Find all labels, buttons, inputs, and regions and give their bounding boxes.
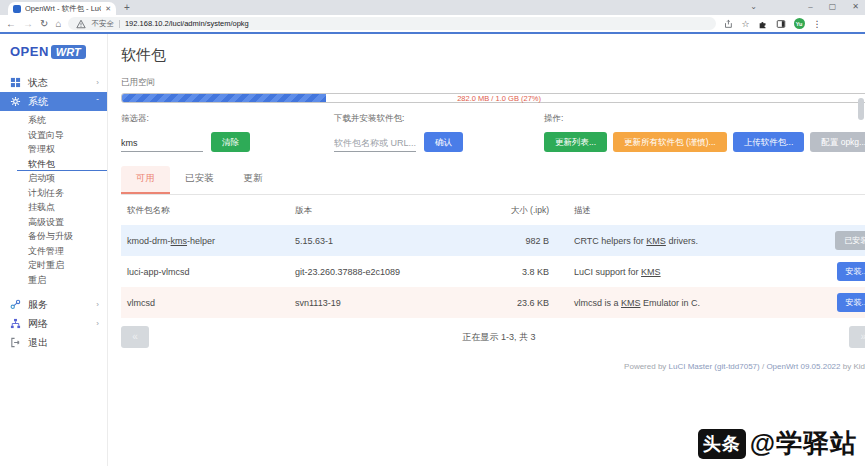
window-maximize-button[interactable]: ▢ xyxy=(829,1,837,13)
free-space-label: 已用空间 xyxy=(121,77,865,89)
package-action-cell: 安装... xyxy=(799,293,865,312)
browser-menu-icon[interactable]: ⋮ xyxy=(813,19,822,29)
sidebar-item-system[interactable]: 系统 ˇ xyxy=(0,92,107,111)
back-button[interactable]: ← xyxy=(6,15,16,32)
ok-button[interactable]: 确认 xyxy=(424,132,463,152)
url-bar[interactable]: 不安全 192.168.10.2/luci/admin/system/opkg xyxy=(68,17,716,30)
column-header-description: 描述 xyxy=(549,205,799,217)
sidebar-item-services[interactable]: 服务 › xyxy=(0,295,107,314)
install-button[interactable]: 安装... xyxy=(837,262,865,281)
action-button[interactable]: 更新所有软件包 (谨慎)... xyxy=(613,132,727,152)
actions-button-group: 更新列表...更新所有软件包 (谨慎)...上传软件包...配置 opkg... xyxy=(544,132,865,152)
sidebar-subitem[interactable]: 启动项 xyxy=(0,171,107,186)
main-content: 软件包 已用空间 282.0 MB / 1.0 GB (27%) 筛选器: 清除… xyxy=(108,34,865,466)
filter-match: KMS xyxy=(621,298,641,308)
filter-input[interactable] xyxy=(121,136,203,152)
package-name-cell: kmod-drm-kms-helper xyxy=(121,236,289,246)
tab-search-icon[interactable]: ⌄ xyxy=(750,2,757,11)
action-button[interactable]: 上传软件包... xyxy=(733,132,805,152)
package-action-cell: 安装... xyxy=(799,262,865,281)
window-minimize-button[interactable]: – xyxy=(808,1,812,13)
footer-link1[interactable]: LuCI Master (git-tdd7057) xyxy=(669,362,760,371)
sidebar-item-logout[interactable]: 退出 xyxy=(0,333,107,352)
sidebar-subitem[interactable]: 定时重启 xyxy=(0,258,107,273)
window-close-button[interactable]: ✕ xyxy=(852,1,859,13)
package-size-cell: 3.8 KB xyxy=(429,267,549,277)
url-separator xyxy=(119,20,120,28)
reload-button[interactable]: ↻ xyxy=(40,15,48,32)
footer-powered-by: Powered by LuCI Master (git-tdd7057) / O… xyxy=(121,362,865,371)
chevron-right-icon: › xyxy=(96,300,99,309)
next-page-button[interactable]: » xyxy=(849,326,865,348)
column-header-version: 版本 xyxy=(289,205,429,217)
package-name-cell: luci-app-vlmcsd xyxy=(121,267,289,277)
extensions-puzzle-icon[interactable] xyxy=(758,19,768,29)
table-row: luci-app-vlmcsdgit-23.260.37888-e2c10893… xyxy=(121,256,865,287)
sidebar-item-status[interactable]: 状态 › xyxy=(0,73,107,92)
download-install-label: 下载并安装软件包: xyxy=(334,113,544,125)
prev-page-button[interactable]: « xyxy=(121,326,149,348)
logout-icon xyxy=(10,337,22,348)
scrollbar-thumb[interactable] xyxy=(858,98,864,120)
tab-title: OpenWrt - 软件包 - LuCI xyxy=(25,4,101,14)
sidebar-subitem[interactable]: 高级设置 xyxy=(0,215,107,230)
sidebar-subitem[interactable]: 设置向导 xyxy=(0,128,107,143)
sidebar-subitem[interactable]: 软件包 xyxy=(17,157,107,172)
pagination: « 正在显示 1-3, 共 3 » xyxy=(121,322,865,352)
package-version-cell: svn1113-19 xyxy=(289,298,429,308)
new-tab-button[interactable]: + xyxy=(124,2,130,13)
tab-favicon-icon xyxy=(13,5,21,13)
home-button[interactable]: ⌂ xyxy=(55,15,61,32)
sidebar-item-network[interactable]: 网络 › xyxy=(0,314,107,333)
not-secure-warning-icon xyxy=(76,19,86,29)
sidebar-subitem[interactable]: 备份与升级 xyxy=(0,229,107,244)
tab-item[interactable]: 已安装 xyxy=(170,166,229,194)
chevron-right-icon: › xyxy=(96,78,99,87)
sidebar-item-label: 状态 xyxy=(28,76,48,90)
package-version-cell: 5.15.63-1 xyxy=(289,236,429,246)
share-icon[interactable] xyxy=(723,19,733,29)
table-row: kmod-drm-kms-helper5.15.63-1982 BCRTC he… xyxy=(121,225,865,256)
tab-item[interactable]: 更新 xyxy=(229,166,278,194)
disk-usage-text: 282.0 MB / 1.0 GB (27%) xyxy=(122,94,865,103)
package-desc-cell: CRTC helpers for KMS drivers. xyxy=(549,236,799,246)
profile-avatar[interactable]: Yu xyxy=(794,18,805,29)
sidebar-subitem[interactable]: 系统 xyxy=(0,113,107,128)
chevron-right-icon: › xyxy=(96,319,99,328)
sidebar-item-label: 服务 xyxy=(28,298,48,312)
bookmark-star-icon[interactable]: ☆ xyxy=(741,19,749,29)
package-size-cell: 982 B xyxy=(429,236,549,246)
action-button[interactable]: 配置 opkg... xyxy=(810,132,865,152)
openwrt-logo: OPEN WRT xyxy=(10,44,107,59)
package-action-cell: 已安装 xyxy=(799,231,865,250)
tab-active[interactable]: 可用 xyxy=(121,166,170,194)
column-header-size: 大小 (.ipk) xyxy=(429,205,549,217)
filter-match: kms xyxy=(171,236,188,246)
actions-label: 操作: xyxy=(544,113,865,125)
filter-match: KMS xyxy=(646,236,666,246)
sidebar-subitem[interactable]: 计划任务 xyxy=(0,186,107,201)
sidebar-item-label: 退出 xyxy=(28,336,48,350)
sidebar-subitem[interactable]: 重启 xyxy=(0,273,107,288)
package-url-input[interactable] xyxy=(334,136,416,152)
clear-button[interactable]: 清除 xyxy=(211,132,250,152)
forward-button[interactable]: → xyxy=(23,15,33,32)
footer-prefix: Powered by xyxy=(624,362,668,371)
gear-icon xyxy=(10,96,22,107)
sidebar-subitem[interactable]: 挂载点 xyxy=(0,200,107,215)
watermark: 头条 @学驿站 xyxy=(698,426,857,461)
filter-match: KMS xyxy=(641,267,661,277)
logo-open-text: OPEN xyxy=(10,44,49,59)
package-desc-cell: LuCI support for KMS xyxy=(549,267,799,277)
sidebar-subitem[interactable]: 文件管理 xyxy=(0,244,107,259)
tab-close-icon[interactable]: ✕ xyxy=(105,5,111,13)
column-header-name: 软件包名称 xyxy=(121,205,289,217)
side-panel-icon[interactable] xyxy=(776,19,786,29)
url-text: 192.168.10.2/luci/admin/system/opkg xyxy=(125,19,249,28)
action-button[interactable]: 更新列表... xyxy=(544,132,607,152)
package-table: 软件包名称 版本 大小 (.ipk) 描述 kmod-drm-kms-helpe… xyxy=(121,197,865,318)
browser-tab[interactable]: OpenWrt - 软件包 - LuCI ✕ xyxy=(8,2,116,15)
install-button[interactable]: 安装... xyxy=(837,293,865,312)
footer-link2[interactable]: OpenWrt 09.05.2022 xyxy=(766,362,840,371)
sidebar-subitem[interactable]: 管理权 xyxy=(0,142,107,157)
